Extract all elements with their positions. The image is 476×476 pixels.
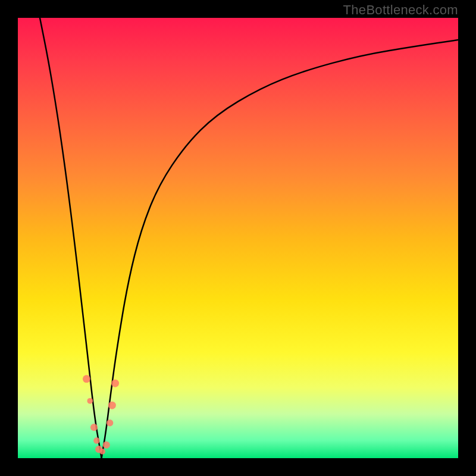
marker-point	[90, 424, 98, 431]
watermark-text: TheBottleneck.com	[343, 2, 458, 18]
curve-layer	[40, 18, 458, 458]
marker-point	[87, 398, 93, 404]
marker-point	[83, 375, 90, 383]
marker-point	[93, 437, 100, 444]
series-left-branch	[40, 18, 102, 458]
marker-point	[111, 380, 119, 387]
marker-point	[103, 441, 110, 449]
marker-layer	[83, 375, 119, 454]
series-right-branch	[102, 40, 458, 458]
plot-area	[18, 18, 458, 458]
marker-point	[107, 419, 113, 426]
marker-point	[108, 402, 116, 409]
chart-svg	[18, 18, 458, 458]
chart-frame: TheBottleneck.com	[0, 0, 476, 476]
marker-point	[99, 449, 105, 455]
